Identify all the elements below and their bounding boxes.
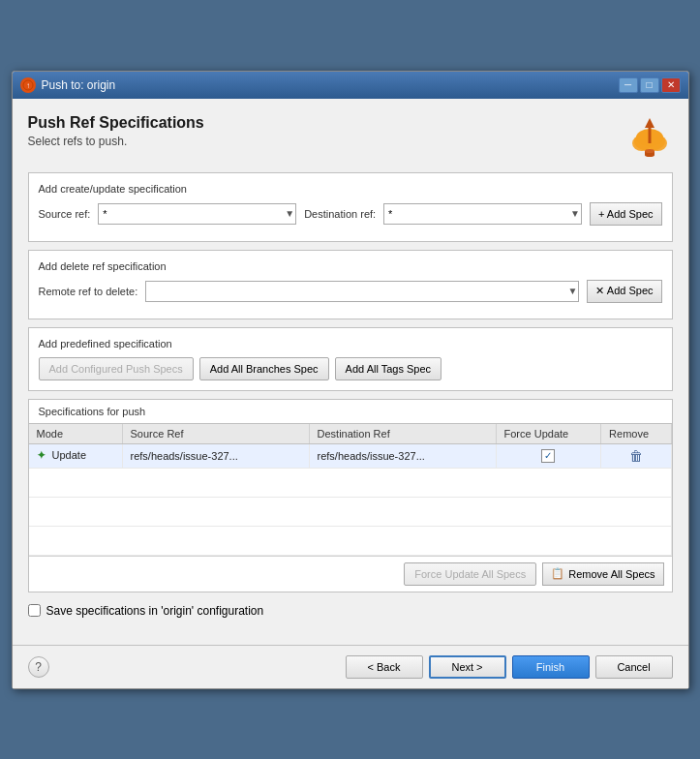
row-force-update-cell[interactable]: ✓	[496, 443, 601, 468]
cloud-upload-icon	[626, 114, 673, 161]
row-mode-value: Update	[52, 449, 86, 461]
specs-table: Mode Source Ref Destination Ref Force Up…	[29, 424, 672, 556]
remove-all-specs-button[interactable]: 📋 Remove All Specs	[542, 562, 663, 586]
delete-add-spec-button[interactable]: ✕ Add Spec	[587, 280, 661, 303]
empty-row-2	[29, 497, 672, 526]
save-section: Save specifications in 'origin' configur…	[28, 600, 673, 622]
title-controls: ─ □ ✕	[619, 77, 681, 93]
dest-ref-wrapper: * ▼	[383, 203, 582, 225]
minimize-button[interactable]: ─	[619, 77, 638, 93]
title-bar-left: ↑ Push to: origin	[20, 77, 116, 93]
remote-ref-row: Remote ref to delete: ▼ ✕ Add Spec	[39, 280, 662, 303]
table-header-row: Mode Source Ref Destination Ref Force Up…	[29, 424, 672, 444]
row-remove-cell[interactable]: 🗑	[601, 443, 671, 468]
add-row-icon: ✦	[37, 449, 46, 461]
page-title: Push Ref Specifications	[28, 114, 204, 132]
specs-section: Specifications for push Mode Source Ref …	[28, 399, 673, 592]
force-update-checkbox[interactable]: ✓	[541, 449, 555, 463]
window-icon: ↑	[20, 77, 36, 93]
source-ref-select[interactable]: *	[98, 203, 296, 225]
svg-point-10	[645, 149, 654, 153]
page-subtitle: Select refs to push.	[28, 135, 204, 148]
row-source-cell: refs/heads/issue-327...	[122, 443, 309, 468]
predefined-buttons: Add Configured Push Specs Add All Branch…	[39, 357, 662, 380]
source-ref-wrapper: * ▼	[98, 203, 296, 225]
remove-row-icon[interactable]: 🗑	[629, 448, 643, 464]
maximize-button[interactable]: □	[640, 77, 659, 93]
close-button[interactable]: ✕	[661, 77, 681, 93]
header-text: Push Ref Specifications Select refs to p…	[28, 114, 204, 148]
add-spec-button[interactable]: + Add Spec	[590, 202, 662, 226]
add-configured-push-specs-button: Add Configured Push Specs	[39, 357, 194, 380]
add-all-tags-spec-button[interactable]: Add All Tags Spec	[335, 357, 441, 380]
svg-marker-7	[645, 118, 654, 128]
create-update-title: Add create/update specification	[39, 183, 662, 195]
delete-section: Add delete ref specification Remote ref …	[28, 250, 673, 319]
footer: ? < Back Next > Finish Cancel	[13, 645, 688, 688]
col-dest-ref: Destination Ref	[309, 424, 496, 444]
back-button[interactable]: < Back	[346, 655, 423, 679]
col-remove: Remove	[601, 424, 671, 444]
cancel-button[interactable]: Cancel	[595, 655, 673, 679]
help-button[interactable]: ?	[28, 656, 49, 678]
remote-ref-wrapper: ▼	[145, 281, 579, 302]
save-label[interactable]: Save specifications in 'origin' configur…	[46, 604, 264, 618]
empty-row-3	[29, 526, 672, 555]
force-update-all-specs-button: Force Update All Specs	[404, 562, 536, 586]
dest-ref-select[interactable]: *	[383, 203, 582, 225]
svg-text:↑: ↑	[26, 81, 30, 90]
remote-ref-select[interactable]	[145, 281, 579, 302]
next-button[interactable]: Next >	[429, 655, 506, 679]
window-title: Push to: origin	[42, 78, 116, 92]
dest-label: Destination ref:	[304, 208, 376, 220]
save-checkbox[interactable]	[28, 604, 41, 617]
table-row: ✦ Update refs/heads/issue-327... refs/he…	[29, 443, 672, 468]
predefined-title: Add predefined specification	[39, 338, 662, 349]
row-mode-cell: ✦ Update	[29, 443, 123, 468]
footer-buttons: < Back Next > Finish Cancel	[346, 655, 673, 679]
remove-all-icon: 📋	[551, 567, 564, 580]
row-dest-cell: refs/heads/issue-327...	[309, 443, 496, 468]
col-force-update: Force Update	[496, 424, 601, 444]
create-update-section: Add create/update specification Source r…	[28, 172, 673, 242]
empty-row-1	[29, 468, 672, 497]
col-mode: Mode	[29, 424, 123, 444]
remove-all-label: Remove All Specs	[568, 568, 654, 580]
title-bar: ↑ Push to: origin ─ □ ✕	[13, 72, 688, 99]
delete-title: Add delete ref specification	[39, 260, 662, 272]
specs-actions: Force Update All Specs 📋 Remove All Spec…	[29, 556, 672, 592]
col-source-ref: Source Ref	[122, 424, 309, 444]
finish-button[interactable]: Finish	[512, 655, 590, 679]
predefined-section: Add predefined specification Add Configu…	[28, 327, 673, 391]
remote-ref-label: Remote ref to delete:	[39, 286, 138, 297]
specs-title: Specifications for push	[29, 400, 672, 424]
source-dest-row: Source ref: * ▼ Destination ref: * ▼ + A…	[39, 202, 662, 226]
content-area: Push Ref Specifications Select refs to p…	[13, 99, 688, 645]
add-all-branches-spec-button[interactable]: Add All Branches Spec	[199, 357, 329, 380]
source-label: Source ref:	[39, 208, 91, 220]
page-header: Push Ref Specifications Select refs to p…	[28, 114, 673, 161]
main-window: ↑ Push to: origin ─ □ ✕ Push Ref Specifi…	[12, 71, 689, 689]
